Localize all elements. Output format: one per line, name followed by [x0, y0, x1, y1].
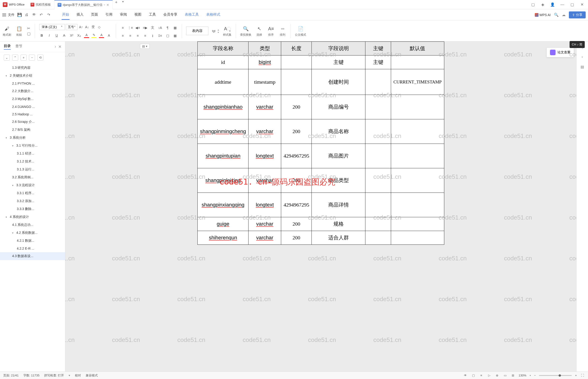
- sidebar-next-icon[interactable]: ›: [55, 45, 56, 49]
- toc-item[interactable]: 3.3.1 程序...: [0, 189, 65, 197]
- table-cell[interactable]: [365, 193, 391, 217]
- table-row[interactable]: shangpinmingchengvarchar200商品名称: [198, 119, 444, 144]
- table-cell[interactable]: varchar: [249, 119, 281, 144]
- table-cell[interactable]: varchar: [249, 231, 281, 245]
- toc-item[interactable]: 2.2 大数据介...: [0, 87, 65, 95]
- thesis-review-button[interactable]: 论文查重: [546, 47, 574, 57]
- save-icon[interactable]: 💾: [17, 13, 22, 17]
- expand-icon[interactable]: ▾: [12, 184, 15, 187]
- table-cell[interactable]: 商品类型: [312, 168, 365, 193]
- toc-item[interactable]: ▾4.2 系统数据...: [0, 229, 65, 237]
- font-size-select[interactable]: 五号▾: [66, 24, 77, 30]
- close-icon[interactable]: ✕: [106, 3, 109, 7]
- paste-group[interactable]: 📋 粘贴: [16, 25, 23, 37]
- table-row[interactable]: addtimetimestamp创建时间CURRENT_TIMESTAMP: [198, 69, 444, 95]
- table-cell[interactable]: longtext: [249, 144, 281, 168]
- find-replace-group[interactable]: 🔍 查找替换: [240, 25, 251, 37]
- ruler-toggle[interactable]: ▤ ▾: [140, 44, 150, 49]
- panel-icon[interactable]: ▤: [579, 63, 586, 70]
- number-list-icon[interactable]: ⋮≡: [128, 25, 133, 30]
- toc-item[interactable]: ▾3.1 可行性分...: [0, 142, 65, 150]
- toc-item[interactable]: 2.3 MySql 数...: [0, 95, 65, 103]
- add-icon[interactable]: +: [20, 55, 27, 61]
- align-center-icon[interactable]: ≡: [128, 33, 133, 38]
- arrange-group[interactable]: ▫▫ 排列: [279, 25, 286, 37]
- ime-indicator[interactable]: CH ♪ 简: [570, 41, 585, 48]
- table-cell[interactable]: 规格: [312, 217, 365, 231]
- grow-font-icon[interactable]: A↑: [78, 24, 84, 30]
- toc-item[interactable]: 2.1 PYTHON ...: [0, 80, 65, 87]
- toc-item[interactable]: 3.3.2 添加...: [0, 197, 65, 205]
- file-menu[interactable]: 文件: [8, 13, 15, 17]
- styles-group[interactable]: Aୢ 样式集: [223, 25, 232, 37]
- cut-icon[interactable]: ✂: [27, 26, 31, 31]
- text-direction-icon[interactable]: 文: [150, 25, 155, 30]
- avatar-icon[interactable]: 👤: [550, 2, 555, 7]
- toc-item[interactable]: 2.6 Scrapy 介...: [0, 118, 65, 126]
- table-cell[interactable]: id: [198, 55, 249, 69]
- fullscreen-icon[interactable]: ⛶: [580, 373, 585, 378]
- style-tgt[interactable]: tgt: [212, 29, 215, 33]
- table-cell[interactable]: 创建时间: [312, 69, 365, 95]
- zoom-dropdown-icon[interactable]: ▾: [530, 374, 531, 377]
- underline-icon[interactable]: U: [54, 33, 59, 38]
- italic-icon[interactable]: I: [47, 33, 52, 38]
- superscript-icon[interactable]: X²: [69, 33, 74, 38]
- table-cell[interactable]: varchar: [249, 168, 281, 193]
- menu-tab-reference[interactable]: 引用: [105, 10, 113, 20]
- table-cell[interactable]: 200: [281, 95, 312, 119]
- menu-tab-table-tools[interactable]: 表格工具: [184, 10, 199, 20]
- expand-icon[interactable]: ▾: [12, 144, 15, 147]
- toc-item[interactable]: ▾2 关键技术介绍: [0, 72, 65, 80]
- table-cell[interactable]: [391, 193, 444, 217]
- toc-item[interactable]: ▾3.3 流程设计: [0, 181, 65, 189]
- table-cell[interactable]: [281, 55, 312, 69]
- sort-icon[interactable]: ↕A: [157, 25, 163, 30]
- th-length[interactable]: 长度: [281, 42, 312, 55]
- th-field-name[interactable]: 字段名称: [198, 42, 249, 55]
- toc-item[interactable]: 2.7 B/S 架构: [0, 126, 65, 134]
- table-row[interactable]: shangpinbianhaovarchar200商品编号: [198, 95, 444, 119]
- wps-ai-button[interactable]: WPS AI: [535, 13, 551, 17]
- table-cell[interactable]: shangpintupian: [198, 144, 249, 168]
- table-cell[interactable]: 商品编号: [312, 95, 365, 119]
- line-spacing-icon[interactable]: ‡≡: [157, 33, 163, 38]
- add-tab-button[interactable]: +: [113, 0, 120, 9]
- font-name-select[interactable]: 宋体 (正文)▾: [39, 24, 65, 30]
- table-cell[interactable]: 4294967295: [281, 193, 312, 217]
- th-description[interactable]: 字段说明: [312, 42, 365, 55]
- table-row[interactable]: idbigint主键主键: [198, 55, 444, 69]
- table-cell[interactable]: varchar: [249, 95, 281, 119]
- data-table[interactable]: 字段名称 类型 长度 字段说明 主键 默认值 idbigint主键主键addti…: [197, 42, 444, 245]
- minimize-icon[interactable]: —: [559, 2, 565, 7]
- table-cell[interactable]: guige: [198, 217, 249, 231]
- th-type[interactable]: 类型: [249, 42, 281, 55]
- select-group[interactable]: ↖ 选择: [255, 25, 263, 37]
- shrink-font-icon[interactable]: A↓: [84, 24, 90, 30]
- word-count[interactable]: 字数: 11735: [23, 373, 39, 378]
- shading2-icon[interactable]: ▢: [165, 33, 170, 38]
- bold-icon[interactable]: B: [39, 33, 44, 38]
- toc-item[interactable]: 2.5 Hadoop ...: [0, 111, 65, 118]
- eye-icon[interactable]: 👁: [463, 373, 468, 378]
- table-row[interactable]: shangpinleixingvarchar200商品类型: [198, 168, 444, 193]
- preview-icon[interactable]: 👁: [32, 13, 37, 17]
- font-color2-icon[interactable]: A: [99, 33, 104, 38]
- table-cell[interactable]: addtime: [198, 69, 249, 95]
- menu-tab-insert[interactable]: 插入: [76, 10, 84, 20]
- chevron-left-icon[interactable]: ‹: [579, 54, 586, 60]
- sidebar-close-icon[interactable]: ✕: [58, 45, 61, 49]
- table-cell[interactable]: [391, 231, 444, 245]
- undo-icon[interactable]: ↶: [40, 13, 44, 17]
- table-cell[interactable]: bigint: [249, 55, 281, 69]
- decrease-indent-icon[interactable]: ◀≡: [135, 25, 140, 30]
- sidebar-tab-chapters[interactable]: 章节: [16, 44, 22, 49]
- clear-format-icon[interactable]: ◇: [97, 24, 102, 30]
- table-cell[interactable]: varchar: [249, 217, 281, 231]
- read-view-icon[interactable]: ▭: [503, 373, 507, 378]
- outline-view-icon[interactable]: ≡: [479, 373, 484, 378]
- subscript-icon[interactable]: X₂: [77, 33, 82, 38]
- spell-check-status[interactable]: 拼写检查: 打开: [44, 373, 64, 378]
- table-cell[interactable]: 200: [281, 231, 312, 245]
- toc-item[interactable]: 3.1.1 经济...: [0, 150, 65, 158]
